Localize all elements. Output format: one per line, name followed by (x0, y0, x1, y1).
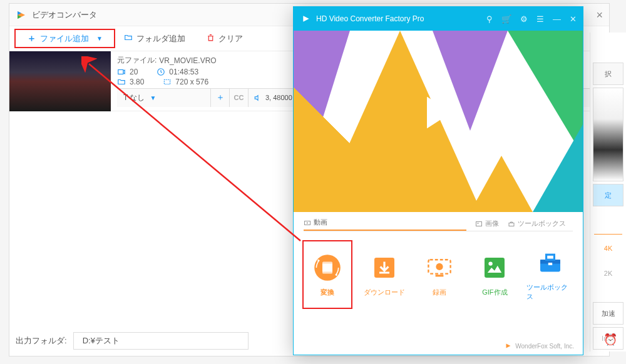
hero-banner (294, 31, 583, 212)
close-icon[interactable]: ✕ (570, 14, 577, 24)
size-item: 3.80 (117, 78, 144, 86)
convert-icon (312, 253, 342, 283)
record-icon (424, 253, 454, 283)
tile-download-label: ダウンロード (364, 288, 405, 297)
svg-rect-6 (509, 223, 514, 226)
app-logo-icon (16, 9, 27, 21)
peek-2k[interactable]: 2K (593, 262, 623, 285)
svg-point-16 (489, 261, 493, 265)
svg-point-13 (436, 263, 443, 270)
output-label: 出力フォルダ: (16, 335, 67, 346)
resolution-icon (163, 78, 172, 86)
chevron-down-icon: ▼ (150, 94, 156, 101)
svg-rect-15 (485, 258, 505, 278)
plus-icon: ＋ (27, 33, 36, 44)
tiles-row: 変換 ダウンロード 録画 GIF作成 (294, 231, 583, 315)
right-panel: 択 定 4K 2K 加速 Intel ⏰ (590, 33, 626, 351)
alarm-icon[interactable]: ⏰ (603, 333, 617, 346)
tile-record-label: 録画 (433, 288, 446, 297)
video-codec-item: 20 (117, 68, 138, 76)
format-thumbnail[interactable] (593, 88, 623, 181)
download-icon (369, 253, 399, 283)
popup-header: HD Video Converter Factory Pro ⚲ 🛒 ⚙ ☰ —… (294, 7, 583, 31)
footer-logo-icon (505, 342, 512, 350)
peek-setting[interactable]: 定 (593, 184, 623, 206)
output-folder-row: 出力フォルダ: D:¥テスト (16, 332, 249, 350)
svg-rect-20 (548, 263, 552, 265)
svg-rect-10 (322, 271, 332, 273)
tile-gif-label: GIF作成 (482, 288, 507, 297)
minimize-icon[interactable]: — (553, 14, 561, 24)
key-icon[interactable]: ⚲ (486, 14, 493, 24)
svg-rect-9 (322, 261, 332, 263)
gear-icon[interactable]: ⚙ (520, 14, 528, 24)
video-icon (117, 68, 126, 76)
app-logo-icon (301, 14, 311, 24)
svg-rect-14 (436, 275, 444, 276)
play-logo-icon (416, 90, 461, 135)
add-subtitle-button[interactable]: ＋ (211, 89, 230, 107)
toolbox-icon (508, 220, 515, 228)
cc-button[interactable]: CC (230, 89, 249, 107)
peek-4k[interactable]: 4K (593, 237, 623, 260)
gif-icon (480, 253, 510, 283)
section-tabs: 動画 画像 ツールボックス (294, 212, 583, 231)
add-file-button[interactable]: ＋ ファイル追加 ▼ (14, 29, 115, 48)
popup-title: HD Video Converter Factory Pro (316, 14, 424, 23)
tile-toolbox-label: ツールボックス (526, 283, 574, 301)
clock-icon (156, 68, 165, 76)
output-path-input[interactable]: D:¥テスト (73, 332, 249, 350)
popup-footer: WonderFox Soft, Inc. (505, 342, 574, 350)
video-icon (304, 219, 311, 226)
tile-convert-label: 変換 (321, 288, 334, 297)
add-file-label: ファイル追加 (40, 33, 89, 44)
tile-toolbox[interactable]: ツールボックス (526, 240, 574, 309)
clear-button[interactable]: クリア (207, 33, 243, 44)
clear-label: クリア (218, 33, 243, 44)
duration-item: 01:48:53 (156, 68, 198, 76)
toolbox-tile-icon (535, 248, 565, 278)
home-popup: HD Video Converter Factory Pro ⚲ 🛒 ⚙ ☰ —… (293, 6, 583, 355)
peek-select[interactable]: 択 (593, 63, 623, 85)
tile-gif[interactable]: GIF作成 (471, 240, 518, 309)
list-icon[interactable]: ☰ (536, 14, 544, 24)
svg-rect-4 (476, 221, 482, 226)
add-folder-button[interactable]: フォルダ追加 (124, 33, 185, 44)
popup-controls: ⚲ 🛒 ⚙ ☰ — ✕ (486, 14, 577, 24)
folder-icon (124, 33, 133, 44)
resolution-item: 720 x 576 (163, 78, 208, 86)
svg-point-5 (478, 223, 479, 224)
tab-toolbox[interactable]: ツールボックス (508, 219, 566, 231)
trash-icon (207, 34, 215, 44)
image-icon (475, 220, 483, 228)
file-name: VR_MOVIE.VRO (159, 56, 216, 65)
subtitle-select[interactable]: T なし ▼ (117, 89, 211, 107)
file-label: 元ファイル: (117, 55, 156, 66)
chevron-down-icon: ▼ (96, 35, 103, 42)
tile-record[interactable]: 録画 (416, 240, 463, 309)
svg-rect-0 (118, 69, 123, 74)
cart-icon[interactable]: 🛒 (501, 14, 511, 24)
add-folder-label: フォルダ追加 (136, 33, 185, 44)
svg-rect-19 (546, 255, 554, 260)
speaker-icon (254, 94, 262, 102)
window-title: ビデオコンバータ (32, 9, 97, 21)
video-thumbnail (9, 51, 111, 111)
tile-convert[interactable]: 変換 (302, 240, 352, 309)
close-icon[interactable]: × (596, 9, 603, 22)
peek-accel[interactable]: 加速 (593, 302, 623, 325)
folder-size-icon (117, 78, 126, 86)
tab-video[interactable]: 動画 (304, 218, 466, 231)
svg-rect-2 (165, 80, 170, 84)
tile-download[interactable]: ダウンロード (360, 240, 408, 309)
tab-image[interactable]: 画像 (475, 219, 499, 231)
